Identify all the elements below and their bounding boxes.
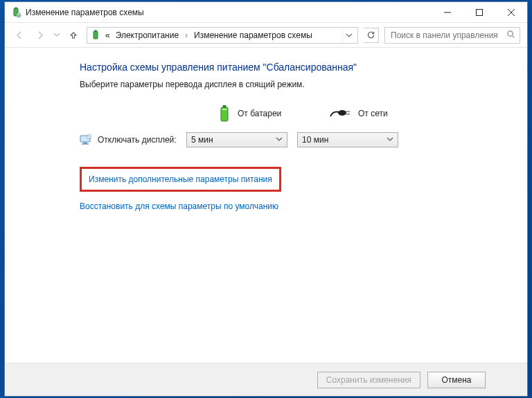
svg-rect-4 xyxy=(94,31,98,39)
save-changes-button[interactable]: Сохранить изменения xyxy=(317,372,420,388)
restore-defaults-link[interactable]: Восстановить для схемы параметры по умол… xyxy=(80,201,278,211)
address-history-button[interactable] xyxy=(342,28,355,43)
cancel-button[interactable]: Отмена xyxy=(427,372,486,388)
forward-button[interactable] xyxy=(33,28,48,43)
on-battery-label: От батареи xyxy=(238,109,281,118)
change-advanced-settings-link[interactable]: Изменить дополнительные параметры питани… xyxy=(89,174,272,184)
minimize-button[interactable] xyxy=(432,2,463,23)
chevron-down-icon xyxy=(387,135,393,145)
setting-label-text: Отключать дисплей: xyxy=(98,135,177,145)
restore-link-row: Восстановить для схемы параметры по умол… xyxy=(80,201,527,211)
advanced-link-row: Изменить дополнительные параметры питани… xyxy=(80,167,527,192)
window-frame: Изменение параметров схемы « xyxy=(4,1,528,397)
titlebar: Изменение параметров схемы xyxy=(5,2,527,23)
svg-point-6 xyxy=(508,30,513,35)
monitor-sleep-icon xyxy=(80,134,92,145)
close-button[interactable] xyxy=(495,2,527,23)
content-area: Настройка схемы управления питанием "Сба… xyxy=(5,48,527,363)
svg-rect-15 xyxy=(82,144,89,145)
svg-rect-12 xyxy=(346,114,350,115)
select-value: 10 мин xyxy=(302,135,328,145)
page-heading: Настройка схемы управления питанием "Сба… xyxy=(80,62,527,73)
address-bar[interactable]: « Электропитание › Изменение параметров … xyxy=(87,27,358,44)
svg-rect-3 xyxy=(477,9,483,15)
plugged-in-column: От сети xyxy=(329,109,440,118)
search-icon[interactable] xyxy=(506,30,515,41)
plug-icon xyxy=(329,109,351,118)
chevron-down-icon xyxy=(276,135,283,145)
breadcrumb-prefix: « xyxy=(104,30,112,40)
up-button[interactable] xyxy=(66,28,81,43)
svg-rect-9 xyxy=(222,109,227,110)
breadcrumb-item[interactable]: Изменение параметров схемы xyxy=(193,30,314,40)
back-button[interactable] xyxy=(12,28,27,43)
turn-off-display-battery-select[interactable]: 5 мин xyxy=(186,132,287,147)
nav-bar: « Электропитание › Изменение параметров … xyxy=(5,23,527,48)
recent-locations-button[interactable] xyxy=(53,30,60,40)
search-box[interactable] xyxy=(384,27,520,44)
turn-off-display-row: Отключать дисплей: 5 мин 10 мин xyxy=(80,132,527,147)
svg-rect-11 xyxy=(346,111,350,113)
svg-rect-5 xyxy=(95,30,97,31)
turn-off-display-label: Отключать дисплей: xyxy=(80,134,177,145)
plugged-in-label: От сети xyxy=(358,109,388,118)
maximize-button[interactable] xyxy=(463,2,495,23)
power-options-icon xyxy=(10,7,21,18)
breadcrumb-separator: › xyxy=(183,30,190,40)
page-subtext: Выберите параметры перевода дисплея в сп… xyxy=(80,80,527,89)
select-value: 5 мин xyxy=(191,135,213,145)
svg-rect-14 xyxy=(83,143,87,144)
breadcrumb-item[interactable]: Электропитание xyxy=(114,30,180,40)
turn-off-display-plugged-select[interactable]: 10 мин xyxy=(297,132,398,147)
dialog-button-bar: Сохранить изменения Отмена xyxy=(5,363,527,396)
power-source-header: От батареи От сети xyxy=(218,105,527,123)
svg-point-10 xyxy=(338,110,346,116)
power-options-icon xyxy=(90,30,101,41)
refresh-button[interactable] xyxy=(364,28,379,43)
on-battery-column: От батареи xyxy=(218,105,329,123)
svg-rect-1 xyxy=(15,7,17,8)
search-input[interactable] xyxy=(389,30,502,41)
highlight-box: Изменить дополнительные параметры питани… xyxy=(80,167,281,192)
window-title: Изменение параметров схемы xyxy=(26,8,144,17)
battery-icon xyxy=(218,105,231,123)
svg-rect-8 xyxy=(223,105,227,108)
